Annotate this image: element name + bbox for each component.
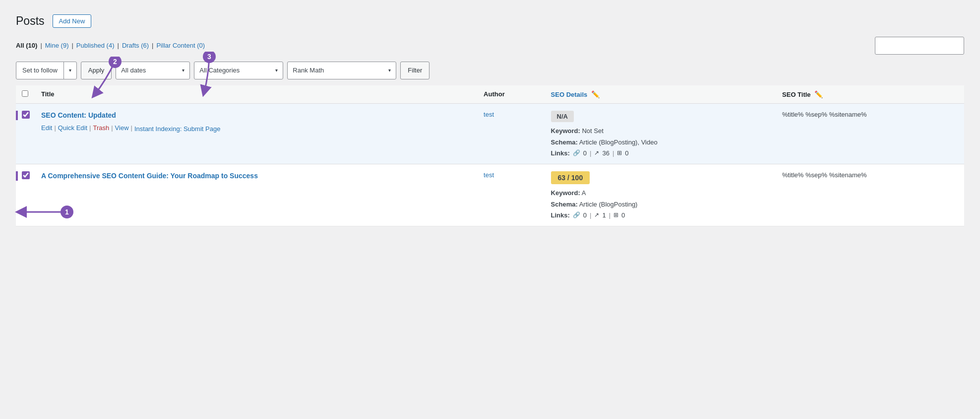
dates-filter-label: All dates (121, 67, 146, 74)
seo-details-edit-icon[interactable]: ✏️ (591, 90, 600, 98)
posts-table: Title Author SEO Details ✏️ SEO Title ✏️ (16, 85, 964, 226)
row1-trash-link[interactable]: Trash (93, 124, 109, 132)
row2-affiliate-count: 0 (621, 211, 625, 219)
row1-seo-score: N/A (551, 111, 574, 122)
seo-title-edit-icon[interactable]: ✏️ (814, 90, 823, 98)
row2-external-count: 1 (602, 211, 606, 219)
row2-external-link-icon: ↗ (594, 211, 599, 218)
row1-quick-edit-link[interactable]: Quick Edit (58, 124, 87, 132)
bulk-action-arrow-icon[interactable]: ▾ (63, 62, 76, 79)
apply-button[interactable]: Apply (81, 62, 112, 79)
row1-affiliate-count: 0 (625, 149, 628, 157)
subsubsub-item-published[interactable]: Published (4) (76, 42, 115, 49)
title-column-header: Title (34, 85, 477, 104)
rankmath-filter-label: Rank Math (293, 67, 324, 74)
row1-links-line: Links: 🔗 0 | ↗ 36 | ⊞ 0 (551, 149, 768, 157)
dates-filter-select[interactable]: All dates ▾ (116, 62, 190, 79)
row1-keyword-line: Keyword: Not Set (551, 126, 768, 136)
row2-affiliate-link-icon: ⊞ (613, 211, 618, 218)
dates-filter-arrow-icon: ▾ (182, 68, 184, 73)
row2-seo-title-value: %title% %sep% %sitename% (782, 171, 867, 179)
row2-links-line: Links: 🔗 0 | ↗ 1 | ⊞ 0 (551, 211, 768, 219)
row1-author-link[interactable]: test (484, 111, 494, 118)
subsubsub-item-pillar[interactable]: Pillar Content (0) (156, 42, 205, 49)
subsubsub-item-drafts[interactable]: Drafts (6) (122, 42, 149, 49)
select-all-checkbox[interactable] (22, 90, 28, 97)
row1-internal-count: 0 (583, 149, 587, 157)
row1-external-link-icon: ↗ (594, 149, 599, 156)
row1-seo-details-cell: N/A Keyword: Not Set Schema: Article (Bl… (544, 103, 775, 164)
search-input[interactable] (875, 37, 964, 55)
row1-actions: Edit | Quick Edit | Trash | View | Insta… (41, 123, 470, 133)
seo-details-label: SEO Details (551, 91, 588, 98)
row2-title-cell: A Comprehensive SEO Content Guide: Your … (34, 164, 477, 226)
row2-internal-count: 0 (583, 211, 587, 219)
filter-button[interactable]: Filter (400, 62, 429, 79)
subsubsub-item-all[interactable]: All (10) (16, 42, 37, 49)
row1-affiliate-link-icon: ⊞ (617, 149, 622, 156)
row1-instant-indexing-link[interactable]: Instant Indexing: Submit Page (134, 125, 220, 133)
row2-checkbox-cell (16, 164, 34, 226)
categories-filter-arrow-icon: ▾ (275, 68, 278, 73)
table-row: SEO Content: Updated Edit | Quick Edit |… (16, 103, 964, 164)
row1-title-cell: SEO Content: Updated Edit | Quick Edit |… (34, 103, 477, 164)
seo-title-label: SEO Title (782, 91, 811, 98)
row1-view-link[interactable]: View (115, 124, 129, 132)
select-all-header[interactable] (16, 85, 34, 104)
row1-internal-link-icon: 🔗 (573, 149, 580, 156)
row2-seo-score: 63 / 100 (551, 171, 590, 184)
row1-checkbox[interactable] (22, 111, 30, 119)
row2-seo-details-cell: 63 / 100 Keyword: A Schema: Article (Blo… (544, 164, 775, 226)
row1-schema-line: Schema: Article (BlogPosting), Video (551, 138, 768, 147)
row1-external-count: 36 (602, 149, 609, 157)
seo-details-column-header: SEO Details ✏️ (544, 85, 775, 104)
row2-title-link[interactable]: A Comprehensive SEO Content Guide: Your … (41, 172, 258, 180)
tablenav: Set to follow ▾ Apply All dates ▾ All Ca… (16, 62, 964, 79)
row2-author-link[interactable]: test (484, 171, 494, 179)
rankmath-filter-arrow-icon: ▾ (388, 68, 391, 73)
row2-checkbox[interactable] (22, 171, 30, 179)
row1-author-cell: test (477, 103, 544, 164)
row1-seo-title-value: %title% %sep% %sitename% (782, 111, 867, 118)
bulk-action-select[interactable]: Set to follow ▾ (16, 62, 77, 79)
row2-checkbox-wrap (16, 171, 34, 181)
subsubsub-nav: All (10) | Mine (9) | Published (4) | Dr… (16, 37, 964, 55)
categories-filter-label: All Categories (199, 67, 240, 74)
bulk-action-label: Set to follow (16, 67, 63, 74)
row1-edit-link[interactable]: Edit (41, 124, 52, 132)
categories-filter-select[interactable]: All Categories ▾ (194, 62, 283, 79)
subsubsub-item-mine[interactable]: Mine (9) (45, 42, 69, 49)
row1-checkbox-cell (16, 103, 34, 164)
table-row: A Comprehensive SEO Content Guide: Your … (16, 164, 964, 226)
row2-author-cell: test (477, 164, 544, 226)
row2-seo-title-cell: %title% %sep% %sitename% (775, 164, 964, 226)
seo-title-column-header: SEO Title ✏️ (775, 85, 964, 104)
row1-title-link[interactable]: SEO Content: Updated (41, 111, 116, 119)
row2-keyword-line: Keyword: A (551, 188, 768, 198)
rankmath-filter-select[interactable]: Rank Math ▾ (287, 62, 396, 79)
page-title: Posts (16, 14, 45, 29)
add-new-button[interactable]: Add New (53, 14, 92, 28)
row2-internal-link-icon: 🔗 (573, 211, 580, 218)
row1-checkbox-wrap (16, 111, 34, 120)
row1-seo-title-cell: %title% %sep% %sitename% (775, 103, 964, 164)
row2-schema-line: Schema: Article (BlogPosting) (551, 200, 768, 210)
author-column-header: Author (477, 85, 544, 104)
